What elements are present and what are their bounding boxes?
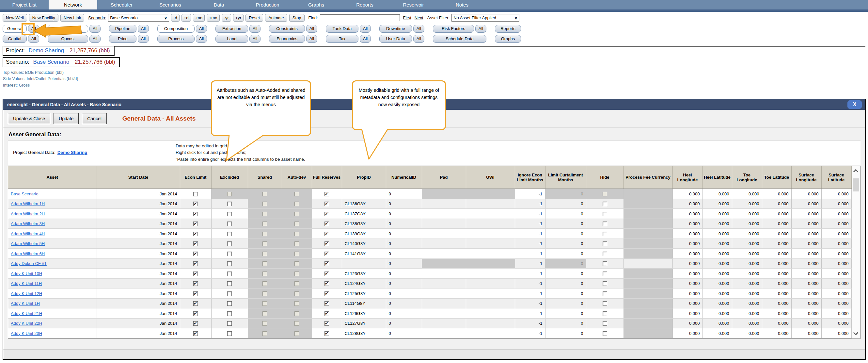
cell-heel-latitude[interactable]: 0.000 [703,229,732,239]
full_reserves-checkbox[interactable] [324,222,329,226]
cell-surface-latitude[interactable]: 0.000 [821,288,851,299]
cell-prop-id[interactable]: CL128G8Y [342,328,386,338]
cell-pad[interactable] [422,219,466,229]
cell-numerical-id[interactable]: 0 [386,328,422,338]
cell-heel-longitude[interactable]: 0.000 [673,308,703,318]
excluded-checkbox[interactable] [227,242,232,246]
econ_limit-checkbox[interactable] [193,252,198,256]
cell-numerical-id[interactable]: 0 [386,199,422,209]
cell-limit-curtailment-months[interactable]: 0 [545,269,586,279]
cell-numerical-id[interactable]: 0 [386,229,422,239]
tab-graphs[interactable]: Graphs [292,0,340,9]
econ_limit-checkbox[interactable] [193,321,198,326]
cell-toe-latitude[interactable]: 0.000 [762,328,791,338]
hide-checkbox[interactable] [602,281,607,286]
column-header-numerical-id[interactable]: NumericalID [386,166,422,189]
cell-surface-latitude[interactable]: 0.000 [821,258,851,269]
full_reserves-checkbox[interactable] [324,321,329,326]
tab-reports[interactable]: Reports [340,0,389,9]
full_reserves-checkbox[interactable] [324,311,329,316]
find-first-link[interactable]: First [403,16,411,20]
project-general-link[interactable]: Demo Sharing [58,150,88,155]
category-all-button-price[interactable]: All [138,35,149,43]
column-header-limit-curtailment-months[interactable]: Limit Curtailment Months [545,166,586,189]
cell-surface-latitude[interactable]: 0.000 [821,199,851,209]
cell-start-date[interactable]: Jan 2014 [97,189,180,199]
cell-numerical-id[interactable]: 0 [386,278,422,288]
excluded-checkbox[interactable] [227,311,232,316]
find-next-link[interactable]: Next [414,16,424,20]
cell-surface-latitude[interactable]: 0.000 [821,249,851,259]
cell-numerical-id[interactable]: 0 [386,239,422,249]
cell-heel-latitude[interactable]: 0.000 [703,189,732,199]
column-header-excluded[interactable]: Excluded [211,166,248,189]
category-button-downtime[interactable]: Downtime [379,25,412,33]
cell-surface-longitude[interactable]: 0.000 [791,229,821,239]
category-button-price[interactable]: Price [109,35,136,43]
cell-surface-latitude[interactable]: 0.000 [821,229,851,239]
cell-heel-longitude[interactable]: 0.000 [673,249,703,259]
econ_limit-checkbox[interactable] [193,261,198,266]
cell-pad[interactable] [422,298,466,308]
cell-uwi[interactable] [466,328,515,338]
cell-uwi[interactable] [466,288,515,299]
excluded-checkbox[interactable] [227,321,232,326]
cell-start-date[interactable]: Jan 2014 [97,278,180,288]
step-button-mo[interactable]: +mo [207,14,220,22]
category-all-button-process[interactable]: All [196,35,207,43]
cell-surface-longitude[interactable]: 0.000 [791,219,821,229]
new-facility-button[interactable]: New Facility [29,14,58,22]
cell-limit-curtailment-months[interactable]: 0 [545,328,586,338]
cell-process-fee-currency[interactable] [623,258,673,269]
hide-checkbox[interactable] [602,242,607,246]
cell-surface-longitude[interactable]: 0.000 [791,278,821,288]
asset-link[interactable]: Adam Wilhelm 3H [11,221,45,226]
cell-start-date[interactable]: Jan 2014 [97,209,180,219]
cell-toe-longitude[interactable]: 0.000 [732,278,762,288]
category-button-land[interactable]: Land [215,35,248,43]
cell-numerical-id[interactable]: 0 [386,258,422,269]
asset-link[interactable]: Addy K Unit 1H [11,301,40,306]
tab-scenarios[interactable]: Scenarios [146,0,194,9]
category-all-button-pipeline[interactable]: All [138,25,149,33]
cell-prop-id[interactable]: CL138G8Y [342,219,386,229]
update-and-close-button[interactable]: Update & Close [8,113,50,124]
cell-numerical-id[interactable]: 0 [386,269,422,279]
cell-pad[interactable] [422,229,466,239]
column-header-surface-longitude[interactable]: Surface Longitude [791,166,821,189]
new-well-button[interactable]: New Well [3,14,27,22]
cell-heel-latitude[interactable]: 0.000 [703,308,732,318]
cell-heel-longitude[interactable]: 0.000 [673,258,703,269]
cell-limit-curtailment-months[interactable]: 0 [545,199,586,209]
vertical-scrollbar[interactable] [852,166,860,338]
cell-pad[interactable] [422,239,466,249]
cell-toe-latitude[interactable]: 0.000 [762,269,791,279]
cell-heel-latitude[interactable]: 0.000 [703,278,732,288]
cell-surface-longitude[interactable]: 0.000 [791,209,821,219]
column-header-pad[interactable]: Pad [422,166,466,189]
cell-toe-latitude[interactable]: 0.000 [762,219,791,229]
cell-pad[interactable] [422,209,466,219]
cell-surface-latitude[interactable]: 0.000 [821,209,851,219]
cell-heel-longitude[interactable]: 0.000 [673,229,703,239]
econ_limit-checkbox[interactable] [193,301,198,306]
column-header-process-fee-currency[interactable]: Process Fee Currency [623,166,673,189]
hide-checkbox[interactable] [602,321,607,326]
full_reserves-checkbox[interactable] [324,291,329,296]
excluded-checkbox[interactable] [227,331,232,336]
category-all-button-composition[interactable]: All [196,25,207,33]
cell-toe-longitude[interactable]: 0.000 [732,258,762,269]
cell-prop-id[interactable]: CL137G8Y [342,209,386,219]
cell-pad[interactable] [422,318,466,328]
cell-prop-id[interactable]: CL114G8Y [342,298,386,308]
step-button-d[interactable]: -d [171,14,180,22]
column-header-uwi[interactable]: UWI [466,166,515,189]
category-button-process[interactable]: Process [157,35,194,43]
cell-surface-latitude[interactable]: 0.000 [821,189,851,199]
category-button-schedule-data[interactable]: Schedule Data [433,35,486,43]
cell-surface-latitude[interactable]: 0.000 [821,298,851,308]
tab-data[interactable]: Data [194,0,243,9]
econ_limit-checkbox[interactable] [193,222,198,226]
cell-toe-latitude[interactable]: 0.000 [762,229,791,239]
category-button-capital[interactable]: Capital [3,35,27,43]
